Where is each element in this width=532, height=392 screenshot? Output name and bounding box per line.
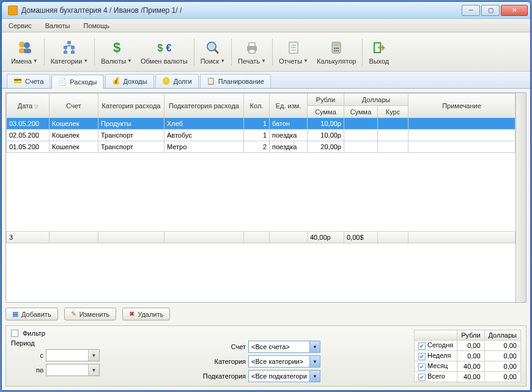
- col-usd-sum[interactable]: Сумма: [344, 106, 378, 118]
- col-rubles[interactable]: Рубли: [308, 94, 344, 106]
- chevron-down-icon[interactable]: ▼: [309, 356, 320, 367]
- filter-block: Фильтр Период с ▼ по ▼: [11, 330, 100, 376]
- subcategory-combo[interactable]: <Все подкатегори▼: [248, 370, 320, 382]
- action-buttons: ▦Добавить ✎Изменить ✖Удалить: [6, 305, 526, 323]
- chevron-down-icon[interactable]: ▼: [309, 371, 320, 382]
- svg-rect-17: [249, 50, 255, 53]
- date-to-input[interactable]: ▼: [46, 364, 100, 376]
- week-checkbox[interactable]: [418, 353, 426, 360]
- menu-currencies[interactable]: Валюты: [42, 21, 73, 31]
- planning-icon: 📋: [207, 77, 215, 86]
- filter-label: Фильтр: [23, 330, 45, 337]
- svg-rect-3: [24, 49, 31, 53]
- col-rate[interactable]: Курс: [378, 106, 408, 118]
- search-icon: [204, 39, 221, 56]
- toolbar-print-label: Печать: [238, 57, 260, 65]
- tree-icon: [61, 39, 78, 56]
- col-date[interactable]: Дата ▽: [7, 94, 50, 118]
- tab-income[interactable]: 💰Доходы: [105, 74, 154, 88]
- report-icon: [285, 39, 302, 56]
- toolbar-names[interactable]: Имена▼: [7, 35, 42, 69]
- col-qty[interactable]: Кол.: [244, 94, 270, 118]
- col-account[interactable]: Счет: [50, 94, 98, 118]
- chevron-down-icon[interactable]: ▼: [88, 364, 99, 375]
- svg-text:$: $: [113, 40, 120, 55]
- svg-line-14: [215, 50, 218, 53]
- filter-combos: Счет <Все счета>▼ Категория <Все категор…: [193, 341, 320, 382]
- income-icon: 💰: [112, 77, 120, 86]
- col-subcategory[interactable]: Подкатегория расхода: [164, 94, 244, 118]
- table-row[interactable]: 02.05.200КошелекТранспортАвтобус1поездка…: [7, 130, 515, 141]
- expenses-icon: 📄: [58, 78, 67, 86]
- menu-help[interactable]: Помощь: [81, 21, 113, 31]
- printer-icon: [243, 39, 260, 56]
- date-from-input[interactable]: ▼: [46, 349, 100, 361]
- add-button[interactable]: ▦Добавить: [6, 308, 58, 320]
- today-checkbox[interactable]: [418, 342, 426, 350]
- toolbar-reports[interactable]: Отчеты▼: [275, 35, 312, 69]
- delete-button[interactable]: ✖Удалить: [122, 308, 170, 320]
- chevron-down-icon[interactable]: ▼: [309, 341, 320, 352]
- month-checkbox[interactable]: [418, 363, 426, 371]
- edit-button[interactable]: ✎Изменить: [64, 308, 117, 320]
- col-dollars[interactable]: Доллары: [344, 94, 408, 106]
- toolbar-calculator[interactable]: Калькулятор: [312, 35, 360, 69]
- summary-rub-header: Рубли: [457, 330, 484, 341]
- tab-accounts[interactable]: 💳Счета: [7, 74, 50, 88]
- toolbar-categories[interactable]: Категории▼: [46, 35, 93, 69]
- col-note[interactable]: Примечание: [408, 94, 515, 118]
- close-button[interactable]: ✕: [501, 5, 528, 16]
- grid-table[interactable]: Дата ▽ Счет Категория расхода Подкатегор…: [6, 93, 515, 231]
- svg-rect-5: [64, 46, 67, 49]
- toolbar-print[interactable]: Печать▼: [234, 35, 270, 69]
- minimize-button[interactable]: ─: [462, 5, 480, 16]
- app-window: Домашняя бухгалтерия 4 / Иванов /Пример …: [1, 1, 531, 391]
- menubar: Сервис Валюты Помощь: [2, 19, 530, 32]
- col-category[interactable]: Категория расхода: [98, 94, 164, 118]
- tab-expenses[interactable]: 📄Расходы: [51, 75, 103, 89]
- app-icon: [8, 6, 18, 15]
- toolbar-exit[interactable]: Выход: [364, 35, 393, 69]
- plus-icon: ▦: [12, 310, 18, 318]
- toolbar-exchange[interactable]: $€ Обмен валюты: [136, 35, 192, 69]
- total-checkbox[interactable]: [418, 374, 426, 381]
- toolbar-exit-label: Выход: [369, 57, 389, 65]
- account-combo[interactable]: <Все счета>▼: [248, 341, 320, 353]
- table-row[interactable]: 01.05.200КошелекТранспортМетро2поездка20…: [7, 141, 515, 153]
- col-unit[interactable]: Ед. изм.: [270, 94, 308, 118]
- svg-point-25: [336, 47, 337, 48]
- footer-rub-total: 40,00р: [308, 231, 344, 243]
- grid-footer: 3 40,00р 0,00$: [6, 231, 515, 243]
- svg-rect-6: [71, 46, 75, 49]
- svg-rect-16: [249, 43, 255, 46]
- window-title: Домашняя бухгалтерия 4 / Иванов /Пример …: [21, 6, 460, 15]
- toolbar-currencies-label: Валюты: [101, 57, 126, 65]
- content-area: Дата ▽ Счет Категория расхода Подкатегор…: [2, 89, 530, 390]
- toolbar-reports-label: Отчеты: [279, 57, 302, 65]
- col-rub-sum[interactable]: Сумма: [308, 106, 344, 118]
- svg-point-24: [334, 47, 335, 48]
- toolbar-search[interactable]: Поиск▼: [196, 35, 229, 69]
- account-filter-label: Счет: [193, 343, 246, 350]
- debts-icon: 🪙: [162, 77, 171, 86]
- footer-usd-total: 0,00$: [344, 231, 378, 243]
- table-row[interactable]: 03.05.200КошелекПродуктыХлеб1батон10,00р: [7, 118, 515, 130]
- svg-point-26: [338, 47, 339, 48]
- category-filter-label: Категория: [193, 358, 246, 365]
- category-combo[interactable]: <Все категории>▼: [248, 355, 320, 368]
- chevron-down-icon[interactable]: ▼: [88, 350, 99, 361]
- to-label: по: [11, 366, 43, 374]
- cross-icon: ✖: [129, 310, 135, 318]
- filter-checkbox[interactable]: [11, 330, 18, 337]
- toolbar: Имена▼ Категории▼ $ Валюты▼ $€ Обмен вал…: [2, 32, 530, 72]
- toolbar-currencies[interactable]: $ Валюты▼: [97, 35, 136, 69]
- toolbar-categories-label: Категории: [51, 57, 83, 65]
- tab-planning[interactable]: 📋Планирование: [200, 74, 271, 88]
- menu-service[interactable]: Сервис: [6, 21, 35, 31]
- period-label: Период: [11, 339, 43, 347]
- dollar-icon: $: [108, 39, 125, 56]
- vertical-scrollbar[interactable]: [515, 93, 526, 302]
- tab-debts[interactable]: 🪙Долги: [155, 74, 199, 88]
- maximize-button[interactable]: ▢: [481, 5, 500, 16]
- summary-usd-header: Доллары: [484, 330, 520, 341]
